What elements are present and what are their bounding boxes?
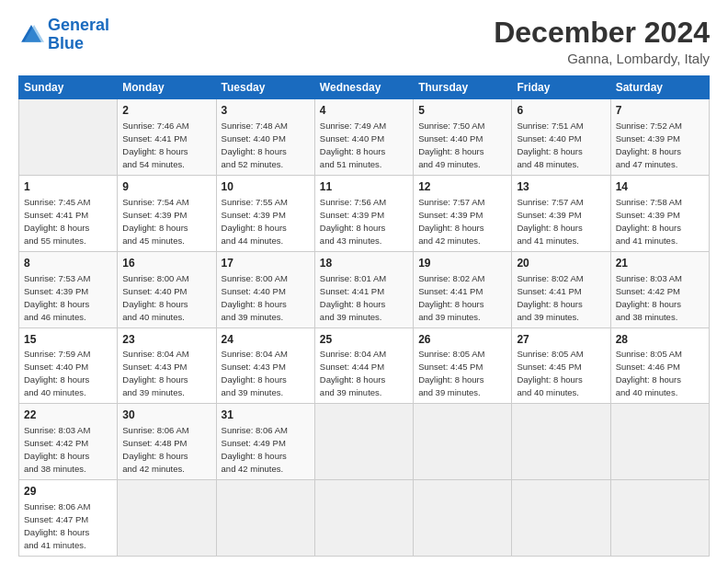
day-number: 10 [222, 179, 310, 195]
calendar-header-cell: Friday [512, 76, 610, 99]
calendar-cell [118, 480, 216, 557]
day-info: Sunrise: 8:05 AMSunset: 4:45 PMDaylight:… [418, 349, 484, 397]
calendar-row: 2 Sunrise: 7:46 AMSunset: 4:41 PMDayligh… [19, 99, 710, 176]
day-info: Sunrise: 8:01 AMSunset: 4:41 PMDaylight:… [320, 273, 386, 322]
calendar-cell: 30 Sunrise: 8:06 AMSunset: 4:48 PMDaylig… [118, 404, 216, 480]
day-info: Sunrise: 7:48 AMSunset: 4:40 PMDaylight:… [222, 121, 288, 169]
calendar-cell [414, 480, 512, 557]
day-number: 20 [517, 256, 605, 271]
day-info: Sunrise: 7:50 AMSunset: 4:40 PMDaylight:… [418, 121, 484, 169]
day-info: Sunrise: 8:06 AMSunset: 4:47 PMDaylight:… [24, 501, 90, 550]
calendar-cell [414, 404, 512, 480]
day-info: Sunrise: 8:04 AMSunset: 4:43 PMDaylight:… [222, 349, 288, 397]
calendar-cell: 28 Sunrise: 8:05 AMSunset: 4:46 PMDaylig… [610, 327, 709, 404]
day-number: 15 [24, 332, 112, 348]
calendar-cell: 15 Sunrise: 7:59 AMSunset: 4:40 PMDaylig… [19, 327, 118, 404]
calendar-cell: 13 Sunrise: 7:57 AMSunset: 4:39 PMDaylig… [512, 175, 610, 251]
day-number: 25 [320, 332, 408, 348]
calendar-header-cell: Saturday [610, 76, 709, 99]
calendar-cell [314, 404, 413, 480]
day-number: 4 [320, 103, 408, 119]
day-number: 23 [122, 332, 210, 348]
calendar-row: 8 Sunrise: 7:53 AMSunset: 4:39 PMDayligh… [19, 251, 710, 327]
calendar-cell: 9 Sunrise: 7:54 AMSunset: 4:39 PMDayligh… [118, 175, 216, 251]
day-number: 17 [222, 256, 310, 271]
calendar-cell: 26 Sunrise: 8:05 AMSunset: 4:45 PMDaylig… [414, 327, 512, 404]
day-number: 19 [418, 256, 506, 271]
calendar-cell: 17 Sunrise: 8:00 AMSunset: 4:40 PMDaylig… [216, 251, 314, 327]
calendar-cell [512, 480, 610, 557]
day-number: 13 [517, 179, 605, 195]
day-number: 11 [320, 179, 408, 195]
day-info: Sunrise: 7:54 AMSunset: 4:39 PMDaylight:… [122, 197, 188, 246]
calendar-cell: 24 Sunrise: 8:04 AMSunset: 4:43 PMDaylig… [216, 327, 314, 404]
day-number: 29 [24, 484, 112, 500]
header: General Blue December 2024 Ganna, Lombar… [18, 17, 710, 66]
calendar-header-cell: Monday [118, 76, 216, 99]
calendar-cell: 2 Sunrise: 7:46 AMSunset: 4:41 PMDayligh… [118, 99, 216, 176]
calendar-cell [19, 99, 118, 176]
calendar-body: 2 Sunrise: 7:46 AMSunset: 4:41 PMDayligh… [19, 99, 710, 557]
calendar-cell: 16 Sunrise: 8:00 AMSunset: 4:40 PMDaylig… [118, 251, 216, 327]
calendar-header-cell: Wednesday [314, 76, 413, 99]
day-number: 1 [24, 179, 112, 195]
day-info: Sunrise: 8:03 AMSunset: 4:42 PMDaylight:… [24, 425, 90, 474]
calendar-cell: 10 Sunrise: 7:55 AMSunset: 4:39 PMDaylig… [216, 175, 314, 251]
calendar-cell: 27 Sunrise: 8:05 AMSunset: 4:45 PMDaylig… [512, 327, 610, 404]
day-number: 8 [24, 256, 112, 271]
calendar-cell: 23 Sunrise: 8:04 AMSunset: 4:43 PMDaylig… [118, 327, 216, 404]
calendar-header-cell: Tuesday [216, 76, 314, 99]
day-info: Sunrise: 7:46 AMSunset: 4:41 PMDaylight:… [122, 121, 188, 169]
calendar-cell: 5 Sunrise: 7:50 AMSunset: 4:40 PMDayligh… [414, 99, 512, 176]
calendar-cell: 4 Sunrise: 7:49 AMSunset: 4:40 PMDayligh… [314, 99, 413, 176]
day-info: Sunrise: 7:59 AMSunset: 4:40 PMDaylight:… [24, 349, 90, 397]
day-number: 31 [222, 408, 310, 423]
calendar-cell [610, 480, 709, 557]
title-block: December 2024 Ganna, Lombardy, Italy [494, 17, 710, 66]
calendar-cell [512, 404, 610, 480]
main-title: December 2024 [494, 17, 710, 49]
calendar-cell: 31 Sunrise: 8:06 AMSunset: 4:49 PMDaylig… [216, 404, 314, 480]
day-info: Sunrise: 8:02 AMSunset: 4:41 PMDaylight:… [418, 273, 484, 322]
logo: General Blue [18, 17, 109, 53]
day-number: 3 [222, 103, 310, 119]
calendar-cell: 18 Sunrise: 8:01 AMSunset: 4:41 PMDaylig… [314, 251, 413, 327]
logo-line2: Blue [48, 34, 84, 52]
day-info: Sunrise: 8:02 AMSunset: 4:41 PMDaylight:… [517, 273, 583, 322]
day-number: 5 [418, 103, 506, 119]
calendar-cell: 7 Sunrise: 7:52 AMSunset: 4:39 PMDayligh… [610, 99, 709, 176]
day-info: Sunrise: 8:05 AMSunset: 4:45 PMDaylight:… [517, 349, 583, 397]
day-number: 2 [122, 103, 210, 119]
day-info: Sunrise: 7:57 AMSunset: 4:39 PMDaylight:… [517, 197, 583, 246]
day-info: Sunrise: 8:03 AMSunset: 4:42 PMDaylight:… [616, 273, 682, 322]
day-number: 7 [616, 103, 704, 119]
day-number: 21 [616, 256, 704, 271]
day-info: Sunrise: 8:00 AMSunset: 4:40 PMDaylight:… [122, 273, 188, 322]
calendar-cell: 20 Sunrise: 8:02 AMSunset: 4:41 PMDaylig… [512, 251, 610, 327]
calendar-cell: 14 Sunrise: 7:58 AMSunset: 4:39 PMDaylig… [610, 175, 709, 251]
day-info: Sunrise: 7:52 AMSunset: 4:39 PMDaylight:… [616, 121, 682, 169]
calendar-row: 1 Sunrise: 7:45 AMSunset: 4:41 PMDayligh… [19, 175, 710, 251]
calendar-cell: 25 Sunrise: 8:04 AMSunset: 4:44 PMDaylig… [314, 327, 413, 404]
calendar-cell [314, 480, 413, 557]
day-info: Sunrise: 8:04 AMSunset: 4:43 PMDaylight:… [122, 349, 188, 397]
logo-text: General Blue [48, 17, 109, 53]
logo-line1: General [48, 16, 109, 34]
calendar-cell: 1 Sunrise: 7:45 AMSunset: 4:41 PMDayligh… [19, 175, 118, 251]
day-number: 14 [616, 179, 704, 195]
day-info: Sunrise: 7:45 AMSunset: 4:41 PMDaylight:… [24, 197, 90, 246]
day-info: Sunrise: 8:04 AMSunset: 4:44 PMDaylight:… [320, 349, 386, 397]
calendar-cell: 21 Sunrise: 8:03 AMSunset: 4:42 PMDaylig… [610, 251, 709, 327]
day-number: 24 [222, 332, 310, 348]
day-number: 27 [517, 332, 605, 348]
calendar-header-cell: Thursday [414, 76, 512, 99]
calendar-cell: 11 Sunrise: 7:56 AMSunset: 4:39 PMDaylig… [314, 175, 413, 251]
calendar-row: 22 Sunrise: 8:03 AMSunset: 4:42 PMDaylig… [19, 404, 710, 480]
calendar-header-row: SundayMondayTuesdayWednesdayThursdayFrid… [19, 76, 710, 99]
calendar-cell: 12 Sunrise: 7:57 AMSunset: 4:39 PMDaylig… [414, 175, 512, 251]
calendar-table: SundayMondayTuesdayWednesdayThursdayFrid… [18, 75, 710, 557]
calendar-cell: 22 Sunrise: 8:03 AMSunset: 4:42 PMDaylig… [19, 404, 118, 480]
day-number: 6 [517, 103, 605, 119]
day-info: Sunrise: 8:06 AMSunset: 4:48 PMDaylight:… [122, 425, 188, 474]
day-info: Sunrise: 8:06 AMSunset: 4:49 PMDaylight:… [222, 425, 288, 474]
